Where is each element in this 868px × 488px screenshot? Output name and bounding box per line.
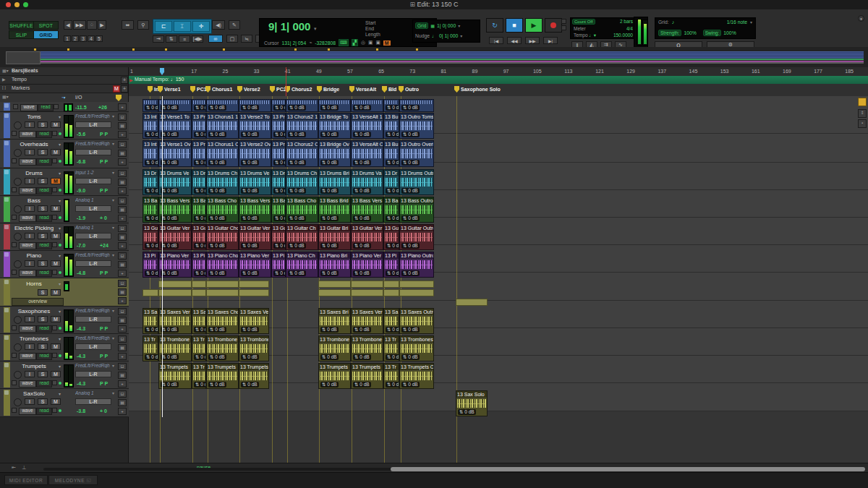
clip[interactable]: 13 Guitar Ch⇅ 0 dB: [286, 224, 318, 250]
clip[interactable]: ⇅ 0 dB: [383, 99, 399, 112]
clip[interactable]: ⇅ 0 dB: [158, 99, 192, 112]
track-header-saxsolo[interactable]: SaxSolo▾ISMwavereadAnalog 1▾L-R-3.8+ 0⊡▤…: [0, 389, 129, 417]
track-mini-button[interactable]: +: [118, 353, 127, 360]
track-volume-value[interactable]: -7.0: [77, 243, 85, 248]
track-freeze-icon[interactable]: [12, 215, 17, 220]
clip-gain-badge[interactable]: ⇅ 0 dB: [273, 270, 286, 276]
automation-mode-button[interactable]: read: [38, 104, 54, 111]
track-mini-button[interactable]: ⊡: [118, 280, 127, 287]
marker-label[interactable]: Verse2: [244, 87, 260, 92]
clip-gain-badge[interactable]: ⇅ 0 dB: [320, 270, 339, 276]
output-dropdown-icon[interactable]: ▾: [112, 141, 114, 146]
track-freeze-icon[interactable]: [12, 380, 17, 385]
clip[interactable]: 13 Verse2 Ov⇅ 0 dB: [239, 140, 271, 167]
marker-label[interactable]: PC2: [276, 87, 286, 92]
track-name-dropdown-icon[interactable]: ▾: [59, 198, 61, 203]
count-off-row[interactable]: Count Off 2 bars: [572, 19, 633, 25]
folder-overview-bar[interactable]: [383, 289, 399, 296]
clip-gain-badge[interactable]: ⇅ 0 dB: [145, 270, 158, 276]
clip[interactable]: ⇅ 0 dB: [399, 99, 434, 112]
zoom-fit-icon[interactable]: ⇤: [12, 465, 16, 471]
track-mini-button[interactable]: ▤: [118, 206, 127, 213]
timebase-clock-icon[interactable]: ◔▾: [61, 95, 66, 100]
track-input-monitor-icon[interactable]: [54, 104, 59, 109]
mute-button[interactable]: M: [51, 371, 61, 377]
all-group-icon[interactable]: ≡: [179, 35, 190, 43]
zoom-out-arrow-icon[interactable]: ◀: [64, 20, 72, 30]
automation-mode-button[interactable]: read: [36, 270, 52, 277]
track-name[interactable]: SaxSolo: [10, 390, 58, 397]
input-monitor-button[interactable]: I: [25, 233, 35, 239]
clip-gain-badge[interactable]: ⇅ 0 dB: [320, 354, 339, 360]
pan-slider[interactable]: L-R: [75, 343, 111, 350]
track-header-overheads[interactable]: Overheads▾ISMwavereadFredLft/FredRgh▾L-R…: [0, 140, 129, 168]
track-name-dropdown-icon[interactable]: ▾: [59, 391, 61, 396]
track-view-selector[interactable]: wave: [19, 408, 36, 415]
track-freeze-icon[interactable]: [12, 187, 17, 192]
clip[interactable]: 13 Tr⇅ 0 dB: [142, 335, 158, 361]
mirrored-midi-editing-button[interactable]: ≒: [241, 35, 252, 43]
clip-gain-badge[interactable]: ⇅ 0 dB: [161, 382, 179, 388]
add-tempo-button[interactable]: +: [121, 77, 128, 84]
track-mini-button[interactable]: ⊡: [118, 197, 127, 205]
marker-flag-icon[interactable]: [454, 86, 459, 93]
clip-gain-badge[interactable]: ⇅ 0 dB: [194, 327, 206, 333]
clip[interactable]: ⇅ 0 dB: [286, 99, 318, 112]
clip-gain-badge[interactable]: ⇅ 0 dB: [194, 215, 206, 221]
track-freeze-icon[interactable]: [12, 408, 17, 413]
track-volume-value[interactable]: -4.3: [77, 381, 85, 386]
track-name-dropdown-icon[interactable]: ▾: [59, 171, 61, 176]
clip[interactable]: 13 Piano Ch⇅ 0 dB: [286, 252, 318, 278]
clip-gain-badge[interactable]: ⇅ 0 dB: [241, 160, 259, 166]
folder-overview-bar[interactable]: [318, 281, 351, 288]
clip-gain-badge[interactable]: ⇅ 0 dB: [386, 327, 399, 333]
clip-gain-badge[interactable]: ⇅ 0 dB: [288, 243, 306, 249]
clip-gain-badge[interactable]: ⇅ 0 dB: [161, 354, 179, 360]
clip[interactable]: ⇅ 0 dB: [351, 99, 383, 112]
track-mini-button[interactable]: ⊡: [118, 363, 127, 370]
clip-gain-badge[interactable]: ⇅ 0 dB: [161, 243, 179, 249]
clip[interactable]: 13 Trumpets⇅ 0 dB: [318, 363, 351, 389]
track-output-path[interactable]: Analog 1: [75, 225, 113, 230]
track-freeze-icon[interactable]: [12, 131, 17, 136]
track-output-path[interactable]: FredLft/FredRgh: [75, 363, 113, 368]
clip-gain-badge[interactable]: ⇅ 0 dB: [273, 105, 286, 111]
clip[interactable]: 13 Drums Outro-⇅ 0 dB: [399, 169, 434, 195]
clip[interactable]: 13 Saxes Ver⇅ 0 dB: [239, 308, 269, 334]
track-input-icon[interactable]: [52, 158, 57, 163]
automation-mode-button[interactable]: read: [36, 242, 52, 249]
folder-overview-bar[interactable]: [158, 289, 192, 296]
clip[interactable]: 13 Sa⇅ 0 dB: [192, 308, 206, 334]
clip-gain-badge[interactable]: ⇅ 0 dB: [208, 270, 226, 276]
track-pan-value[interactable]: P P: [100, 188, 108, 193]
pan-slider[interactable]: L-R: [75, 316, 111, 322]
folder-overview-bar[interactable]: [192, 281, 206, 288]
folder-overview-bar[interactable]: [383, 281, 399, 288]
track-mini-button[interactable]: ▤: [118, 288, 127, 296]
record-enable-button[interactable]: [14, 205, 22, 213]
zoom-preset-1[interactable]: 1: [64, 35, 71, 42]
folder-overview-bar[interactable]: [142, 289, 158, 296]
go-to-end-button[interactable]: ▶|: [543, 37, 558, 44]
record-enable-button[interactable]: [14, 343, 22, 351]
output-dropdown-icon[interactable]: ▾: [112, 170, 114, 175]
insertion-follows-icon[interactable]: |◀▶: [192, 35, 203, 43]
clip[interactable]: 13 Bass Outro.w⇅ 0 dB: [399, 197, 434, 223]
spot-mode-button[interactable]: SPOT: [33, 21, 59, 30]
track-input-icon[interactable]: [52, 242, 57, 247]
marker-flag-icon[interactable]: [148, 86, 153, 93]
clip-gain-badge[interactable]: ⇅ 0 dB: [288, 160, 306, 166]
track-volume-value[interactable]: -9.0: [77, 188, 85, 193]
track-name[interactable]: Horns: [10, 281, 58, 287]
solo-button[interactable]: S: [38, 398, 48, 405]
track-mini-button[interactable]: +: [118, 158, 127, 166]
clip[interactable]: ⇅ 0 dB: [192, 99, 206, 112]
track-mini-button[interactable]: +: [118, 408, 127, 415]
track-header-partial[interactable]: waveread-11.5+26+: [0, 102, 129, 112]
clip[interactable]: 13 Piano Ver⇅ 0 dB: [158, 252, 192, 278]
clip[interactable]: 13 Pi⇅ 0 dB: [192, 252, 206, 278]
nudge-dropdown-icon[interactable]: ▾: [460, 33, 462, 38]
clip-gain-badge[interactable]: ⇅ 0 dB: [401, 243, 420, 249]
track-name[interactable]: Toms: [10, 114, 58, 120]
clip[interactable]: 13 Trombone⇅ 0 dB: [158, 335, 192, 361]
